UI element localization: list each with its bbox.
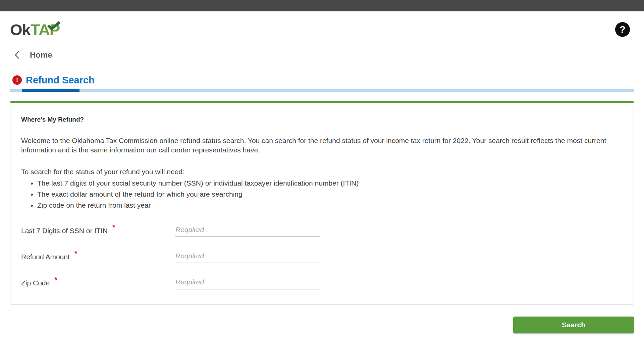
help-button[interactable]: ? [615,22,630,37]
breadcrumb-home-link[interactable]: Home [30,50,52,60]
field-label-wrap: Zip Code* [21,279,175,289]
refund-amount-input[interactable] [175,251,320,263]
underline-light-rest [79,89,634,92]
refund-amount-field-label: Refund Amount [21,253,70,261]
form-row-refund-amount: Refund Amount* [21,251,623,263]
zip-code-input[interactable] [175,277,320,289]
search-button[interactable]: Search [513,317,634,333]
header: OkTAP ? [10,11,634,43]
underline-active-segment [22,89,79,92]
tab-underline [10,89,634,92]
refund-search-panel: Where's My Refund? Welcome to the Oklaho… [10,101,634,304]
checkmark-icon [47,18,62,33]
ssn-input[interactable] [175,224,320,237]
required-asterisk: * [112,223,115,231]
oktap-logo[interactable]: OkTAP [10,22,60,38]
tab-head[interactable]: ! Refund Search [10,74,634,86]
form-row-ssn: Last 7 Digits of SSN or ITIN* [21,224,623,237]
required-asterisk: * [54,275,57,284]
logo-text-ok: Ok [10,21,31,39]
exclamation-glyph: ! [16,76,18,84]
panel-heading: Where's My Refund? [21,116,623,123]
page-title: Refund Search [26,75,95,86]
top-bar [0,0,644,11]
footer-actions: Search [10,317,634,333]
question-mark-icon: ? [620,24,626,35]
list-item: The exact dollar amount of the refund fo… [37,190,623,199]
requirements-intro: To search for the status of your refund … [21,168,623,176]
field-label-wrap: Last 7 Digits of SSN or ITIN* [21,226,175,237]
chevron-left-icon[interactable] [14,51,20,59]
underline-light-lead [10,89,22,92]
exclamation-icon: ! [12,75,22,85]
list-item: The last 7 digits of your social securit… [37,179,623,188]
ssn-field-label: Last 7 Digits of SSN or ITIN [21,227,108,234]
breadcrumb: Home [10,50,634,60]
list-item: Zip code on the return from last year [37,201,623,210]
requirements-list: The last 7 digits of your social securit… [37,179,623,210]
tab-refund-search: ! Refund Search [10,74,634,92]
welcome-paragraph: Welcome to the Oklahoma Tax Commission o… [21,136,623,155]
form-row-zip-code: Zip Code* [21,277,623,289]
zip-code-field-label: Zip Code [21,279,50,287]
required-asterisk: * [74,249,77,258]
field-label-wrap: Refund Amount* [21,253,175,263]
page: OkTAP ? Home ! Refund Search Where's My … [0,11,644,333]
